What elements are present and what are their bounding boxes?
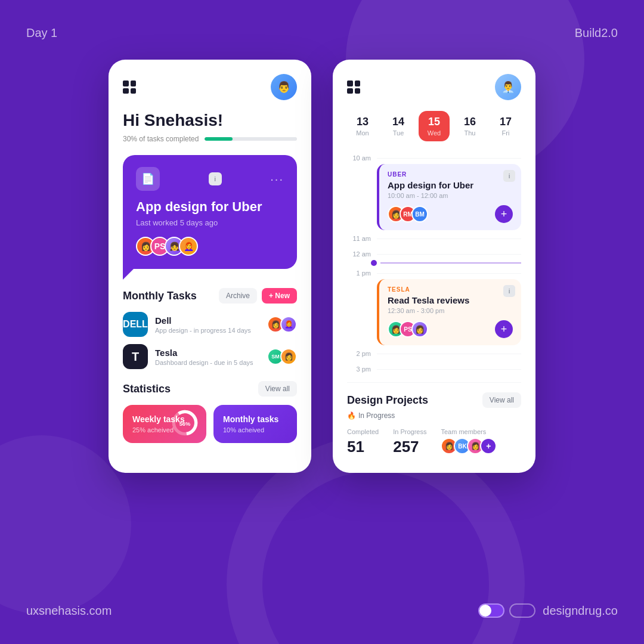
time-slot-2pm: 2 pm: [347, 349, 521, 357]
task-desc-dell: App design - in progress 14 days: [155, 327, 260, 334]
right-avatar[interactable]: 👨‍💼: [495, 74, 521, 100]
task-info-dell: Dell App design - in progress 14 days: [155, 315, 260, 334]
completed-value: 51: [347, 438, 379, 456]
tesla-add-button[interactable]: +: [495, 320, 513, 338]
right-grid-icon[interactable]: [347, 80, 360, 94]
monthly-tasks-title: Monthly Tasks: [123, 290, 197, 302]
monthly-sublabel: 10% acheived: [223, 426, 287, 434]
cal-day-15[interactable]: 15 Wed: [419, 111, 450, 141]
view-all-button[interactable]: View all: [258, 381, 297, 397]
tesla-task-avatars: SM 👩: [267, 348, 297, 365]
completed-stat: Completed 51: [347, 428, 379, 456]
progress-bar-fill: [205, 137, 232, 141]
uber-event-card[interactable]: i UBER App design for Uber 10:00 am - 12…: [377, 164, 521, 230]
left-card: 👨 Hi Snehasis! 30% of tasks completed 📄 …: [109, 60, 311, 473]
task-progress-row: 30% of tasks completed: [123, 135, 297, 143]
design-projects-header: Design Projects View all: [347, 392, 521, 408]
tesla-event-title: Read Tesla reviews: [388, 295, 513, 305]
grid-icon[interactable]: [123, 80, 136, 94]
progress-label: 30% of tasks completed: [123, 135, 199, 143]
in-progress-stat: In Progress 257: [393, 428, 426, 456]
task-av-4: 👩: [280, 348, 297, 365]
avatar[interactable]: 👨: [271, 74, 297, 100]
time-slot-12am: 12 am: [347, 249, 521, 258]
tesla-info-icon[interactable]: i: [503, 285, 515, 297]
svg-text:56%: 56%: [179, 421, 191, 427]
schedule-area: 10 am i UBER App design for Uber 10:00 a…: [347, 153, 521, 373]
file-icon: 📄: [136, 167, 160, 191]
archive-button[interactable]: Archive: [219, 288, 257, 304]
website-label: uxsnehasis.com: [26, 604, 112, 618]
dell-logo: DELL: [123, 312, 148, 337]
in-progress-stat-label: In Progress: [393, 428, 426, 435]
task-name-tesla: Tesla: [155, 348, 260, 358]
design-view-all-button[interactable]: View all: [482, 392, 521, 408]
add-member-button[interactable]: +: [495, 205, 513, 223]
calendar-strip: 13 Mon 14 Tue 15 Wed 16 Thu 17 Fri: [347, 111, 521, 141]
theme-toggle[interactable]: [478, 603, 535, 618]
design-projects-section: Design Projects View all 🔥 In Progress C…: [347, 382, 521, 456]
info-button[interactable]: i: [209, 172, 222, 185]
team-member-avatars: 👩 BK 👩 +: [441, 438, 497, 454]
build-label: Build2.0: [575, 26, 618, 40]
statistics-header: Statistics View all: [123, 381, 297, 397]
brand-label: designdrug.co: [478, 603, 618, 618]
featured-avatar-stack: 👩 PS 👧 👩‍🦰: [136, 237, 284, 256]
featured-card: 📄 i ··· App design for Uber Last worked …: [123, 155, 297, 269]
monthly-tasks-actions: Archive + New: [219, 288, 297, 304]
task-item-dell: DELL Dell App design - in progress 14 da…: [123, 312, 297, 337]
featured-title: App design for Uber: [136, 199, 284, 215]
tesla-company-label: TESLA: [388, 286, 513, 293]
cal-day-17[interactable]: 17 Fri: [490, 111, 521, 141]
featured-subtitle: Last worked 5 days ago: [136, 218, 284, 227]
greeting-text: Hi Snehasis!: [123, 111, 297, 130]
featured-icon-row: 📄 i ···: [136, 167, 284, 191]
tesla-event-footer: 👩 PS 👩 +: [388, 320, 513, 338]
design-project-stats: Completed 51 In Progress 257 Team member…: [347, 428, 521, 456]
uber-event-footer: 👩 RM BM +: [388, 205, 513, 223]
tesla-avatars: 👩 PS 👩: [388, 321, 428, 338]
progress-bar-track: [205, 137, 297, 141]
tesla-av-3: 👩: [411, 321, 428, 338]
team-members-stat: Team members 👩 BK 👩 +: [441, 428, 497, 456]
team-av-more[interactable]: +: [480, 438, 497, 454]
uber-event-title: App design for Uber: [388, 180, 513, 190]
cal-day-13[interactable]: 13 Mon: [347, 111, 378, 141]
task-av-2: 👩‍🦰: [280, 316, 297, 333]
tesla-event-time: 12:30 am - 3:00 pm: [388, 307, 513, 314]
statistics-title: Statistics: [123, 383, 171, 395]
task-item-tesla: T Tesla Dashboard design - due in 5 days…: [123, 344, 297, 369]
statistics-section: Statistics View all Weekly tasks 25% ach…: [123, 381, 297, 443]
task-name-dell: Dell: [155, 315, 260, 326]
more-options-icon[interactable]: ···: [270, 172, 284, 186]
in-progress-badge: 🔥 In Progress: [347, 411, 521, 420]
design-projects-title: Design Projects: [347, 394, 428, 407]
left-card-header: 👨: [123, 74, 297, 100]
in-progress-stat-value: 257: [393, 438, 426, 456]
day-label: Day 1: [26, 26, 57, 40]
new-task-button[interactable]: + New: [262, 288, 297, 304]
uber-av-3: BM: [411, 206, 428, 222]
monthly-stat-card: Monthly tasks 10% acheived: [213, 405, 297, 443]
event-info-icon[interactable]: i: [503, 170, 515, 182]
donut-chart: 56%: [171, 408, 199, 439]
cal-day-16[interactable]: 16 Thu: [454, 111, 485, 141]
uber-event-time: 10:00 am - 12:00 am: [388, 192, 513, 199]
tesla-logo: T: [123, 344, 148, 369]
dell-task-avatars: 👩 👩‍🦰: [267, 316, 297, 333]
monthly-tasks-header: Monthly Tasks Archive + New: [123, 288, 297, 304]
time-slot-3pm: 3 pm: [347, 364, 521, 373]
weekly-stat-card: Weekly tasks 25% acheived 56%: [123, 405, 206, 443]
task-desc-tesla: Dashboard design - due in 5 days: [155, 359, 260, 366]
right-card: 👨‍💼 13 Mon 14 Tue 15 Wed 16 Thu 17: [333, 60, 535, 473]
stats-cards: Weekly tasks 25% acheived 56% Monthly ta…: [123, 405, 297, 443]
time-slot-11am: 11 am: [347, 234, 521, 242]
cal-day-14[interactable]: 14 Tue: [383, 111, 414, 141]
team-members-label: Team members: [441, 428, 497, 435]
tesla-event-card[interactable]: i TESLA Read Tesla reviews 12:30 am - 3:…: [377, 279, 521, 345]
time-slot-1pm: 1 pm: [347, 268, 521, 277]
uber-avatars: 👩 RM BM: [388, 206, 428, 222]
time-slot-10am: 10 am: [347, 153, 521, 162]
uber-company-label: UBER: [388, 171, 513, 178]
right-card-header: 👨‍💼: [347, 74, 521, 100]
